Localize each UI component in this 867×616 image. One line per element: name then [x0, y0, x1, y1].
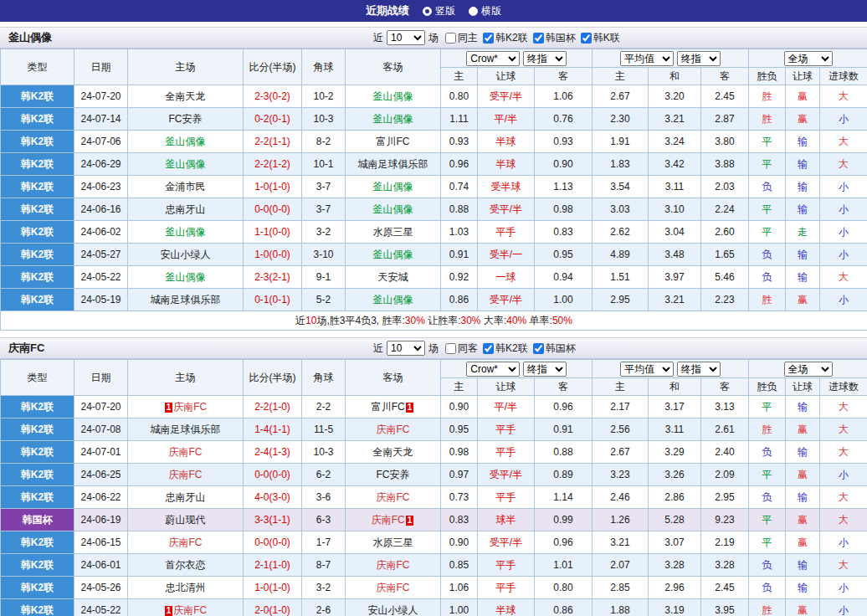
home-team-name: 忠南牙山 — [166, 203, 206, 215]
checkbox-input[interactable] — [581, 33, 592, 44]
odds-stage-select[interactable]: 终指 — [523, 51, 567, 66]
filter-checkbox-同客[interactable]: 同客 — [445, 341, 478, 356]
filter-checkbox-同主[interactable]: 同主 — [445, 31, 478, 45]
avg-away-cell: 2.87 — [701, 108, 749, 131]
checkbox-input[interactable] — [533, 33, 544, 44]
away-team-cell: 水原三星 — [346, 221, 441, 244]
avg-home-cell: 1.88 — [593, 599, 649, 616]
league-filter-checkboxes: 同客韩K2联韩国杯 — [445, 341, 576, 356]
match-row: 韩K2联24-07-14FC安养0-2(0-1)10-3釜山偶像1.11平/半0… — [1, 108, 867, 131]
home-team-name: 庆南FC — [169, 536, 203, 548]
odds-away-cell: 1.14 — [535, 486, 593, 509]
home-team-name: 釜山偶像 — [166, 158, 206, 170]
away-team-name: 水原三星 — [373, 536, 413, 548]
avg-stage-select[interactable]: 终指 — [677, 51, 721, 66]
home-team-cell: 1庆南FC — [128, 599, 244, 616]
match-row: 韩K2联24-06-25庆南FC0-0(0-0)6-2FC安养0.97受平/半0… — [1, 464, 867, 486]
header-row-groups: 类型 日期 主场 比分(半场) 角球 客场 Crow* 终指 平均值 终指 全场 — [1, 360, 867, 378]
handicap-cell: 受半/一 — [478, 244, 535, 266]
league-cell: 韩K2联 — [1, 531, 74, 554]
match-row: 韩K2联24-06-01首尔衣恋2-1(1-0)8-7庆南FC0.85平手1.0… — [1, 554, 867, 577]
avg-home-cell: 2.62 — [593, 221, 649, 244]
avg-draw-cell: 3.19 — [649, 599, 701, 616]
odds-company-select[interactable]: Crow* — [466, 362, 520, 377]
checkbox-label: 韩国杯 — [546, 31, 576, 45]
col-header-odds-away: 客 — [535, 378, 593, 396]
checkbox-input[interactable] — [483, 343, 494, 354]
handicap-cell: 受平/半 — [478, 531, 535, 554]
col-header-odds-away: 客 — [535, 68, 593, 85]
filter-checkbox-韩K2联[interactable]: 韩K2联 — [483, 31, 528, 45]
handicap-result-cell: 赢 — [786, 108, 820, 131]
odds-home-cell: 1.11 — [441, 108, 478, 131]
handicap-cell: 平/半 — [478, 396, 535, 418]
home-team-cell: 全南天龙 — [128, 85, 244, 108]
odds-home-cell: 0.95 — [441, 418, 478, 441]
handicap-result-cell: 输 — [786, 486, 820, 509]
result-cell: 胜 — [749, 108, 786, 131]
home-team-name: FC安养 — [169, 113, 203, 125]
avg-company-select[interactable]: 平均值 — [620, 362, 674, 377]
layout-option-horizontal[interactable]: 横版 — [469, 4, 501, 18]
corner-cell: 3-7 — [302, 198, 346, 221]
summary-segment: 近 — [295, 315, 305, 326]
match-count-select[interactable]: 10 — [387, 341, 425, 356]
result-cell: 胜 — [749, 289, 786, 311]
score-cell: 4-0(3-0) — [244, 486, 302, 509]
checkbox-input[interactable] — [483, 33, 494, 44]
result-cell: 平 — [749, 464, 786, 486]
summary-segment: 让胜率: — [425, 315, 461, 326]
odds-stage-select[interactable]: 终指 — [523, 362, 567, 377]
avg-draw-cell: 3.26 — [649, 464, 701, 486]
league-cell: 韩K2联 — [1, 221, 74, 244]
away-team-name: 釜山偶像 — [373, 203, 413, 215]
col-header-goals: 进球数 — [820, 378, 867, 396]
league-cell: 韩K2联 — [1, 289, 74, 311]
handicap-cell: 平手 — [478, 577, 535, 599]
avg-draw-cell: 3.11 — [649, 176, 701, 198]
goals-result-cell: 大 — [820, 509, 867, 531]
checkbox-input[interactable] — [445, 343, 456, 354]
avg-home-cell: 1.51 — [593, 266, 649, 289]
home-team-cell: 忠南牙山 — [128, 486, 244, 509]
home-team-cell: 安山小绿人 — [128, 244, 244, 266]
avg-away-cell: 1.65 — [701, 244, 749, 266]
summary-segment: 单率: — [526, 315, 552, 326]
team-section-away: 庆南FC 近 10 场 同客韩K2联韩国杯 类型 日期 主场 比分(半场) 角球… — [0, 337, 867, 616]
summary-segment: 40% — [506, 315, 526, 326]
checkbox-input[interactable] — [533, 343, 544, 354]
league-cell: 韩K2联 — [1, 418, 74, 441]
avg-stage-select[interactable]: 终指 — [677, 362, 721, 377]
date-cell: 24-06-19 — [74, 509, 128, 531]
odds-away-cell: 0.99 — [535, 509, 593, 531]
match-count-select[interactable]: 10 — [387, 30, 425, 45]
odds-home-cell: 0.90 — [441, 396, 478, 418]
summary-segment: 大率: — [481, 315, 507, 326]
date-cell: 24-06-16 — [74, 198, 128, 221]
scope-select[interactable]: 全场 — [784, 362, 833, 377]
match-row: 韩K2联24-06-16忠南牙山0-0(0-0)3-7釜山偶像0.88受平/半0… — [1, 198, 867, 221]
filter-checkbox-韩国杯[interactable]: 韩国杯 — [533, 31, 576, 45]
checkbox-label: 同客 — [458, 341, 478, 356]
goals-result-cell: 大 — [820, 266, 867, 289]
filter-checkbox-韩K2联[interactable]: 韩K2联 — [483, 341, 528, 356]
odds-company-select[interactable]: Crow* — [466, 51, 520, 66]
result-cell: 平 — [749, 509, 786, 531]
checkbox-input[interactable] — [445, 33, 456, 44]
match-row: 韩K2联24-05-19城南足球俱乐部0-1(0-1)5-2釜山偶像0.86受平… — [1, 289, 867, 311]
home-team-cell: 庆南FC — [128, 531, 244, 554]
scope-select[interactable]: 全场 — [784, 51, 833, 66]
avg-company-select[interactable]: 平均值 — [620, 51, 674, 66]
filter-checkbox-韩国杯[interactable]: 韩国杯 — [533, 341, 576, 356]
away-team-name: 釜山偶像 — [373, 113, 413, 125]
summary-segment: 50% — [552, 315, 572, 326]
goals-result-cell: 小 — [820, 221, 867, 244]
away-team-cell: 釜山偶像 — [346, 244, 441, 266]
filter-checkbox-韩K联[interactable]: 韩K联 — [581, 31, 620, 45]
avg-away-cell: 3.88 — [701, 153, 749, 176]
result-cell: 胜 — [749, 599, 786, 616]
layout-option-vertical[interactable]: 竖版 — [423, 4, 455, 18]
handicap-result-cell: 赢 — [786, 418, 820, 441]
avg-away-cell: 2.45 — [701, 85, 749, 108]
league-cell: 韩K2联 — [1, 554, 74, 577]
